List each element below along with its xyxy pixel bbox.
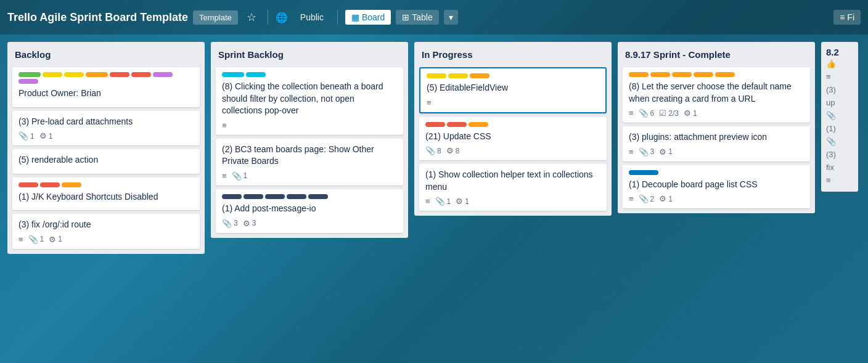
board-view-button[interactable]: ▦ Board — [345, 10, 391, 25]
card-title: (1) J/K Keyboard Shortcuts Disabled — [18, 191, 194, 203]
card-label — [427, 73, 446, 78]
column-sprint-complete: 8.9.17 Sprint - Complete(8) Let the serv… — [618, 42, 815, 213]
meta-icon: 📎 — [435, 197, 445, 206]
card-label — [425, 122, 445, 127]
filter-button[interactable]: ≡ Fi — [833, 10, 861, 25]
card-meta-item: ⚙1 — [39, 131, 53, 141]
card-labels — [222, 72, 397, 77]
visibility-button[interactable]: Public — [294, 10, 330, 25]
card-label — [18, 72, 41, 77]
meta-icon: ⚙ — [446, 146, 454, 155]
card-footer: ≡📎6☑2/3⚙1 — [629, 108, 804, 118]
table-view-button[interactable]: ⊞ Table — [396, 10, 438, 25]
filter-label: Fi — [847, 12, 854, 22]
card-ip2[interactable]: (21) Update CSS📎8⚙8 — [419, 117, 607, 161]
card-c5[interactable]: (3) fix /org/:id route≡📎1⚙1 — [12, 214, 200, 249]
card-footer: ≡📎3⚙1 — [629, 147, 804, 157]
meta-value: 1 — [40, 235, 44, 243]
partial-item: (3) — [826, 83, 853, 96]
card-title: (3) fix /org/:id route — [18, 219, 194, 231]
card-label — [244, 194, 263, 199]
card-c4[interactable]: (1) J/K Keyboard Shortcuts Disabled — [12, 177, 200, 211]
header: Trello Agile Sprint Board Template Templ… — [0, 0, 868, 35]
card-label — [287, 194, 306, 199]
card-label — [222, 194, 242, 199]
card-c2[interactable]: (3) Pre-load card attachments📎1⚙1 — [12, 111, 200, 146]
meta-value: 8 — [437, 147, 441, 155]
meta-value: 1 — [668, 147, 673, 156]
meta-icon: 📎 — [232, 171, 242, 181]
meta-value: 8 — [456, 147, 460, 155]
meta-icon: 📎 — [425, 146, 435, 155]
meta-icon: ≡ — [222, 121, 227, 130]
card-labels — [425, 122, 600, 127]
card-meta-item: ≡ — [629, 147, 634, 157]
card-labels — [18, 72, 194, 84]
card-title: (1) Show collection helper text in colle… — [425, 169, 600, 193]
card-label — [448, 73, 468, 78]
star-button[interactable]: ☆ — [243, 8, 260, 27]
meta-icon: 📎 — [222, 219, 232, 228]
template-button[interactable]: Template — [193, 10, 238, 25]
card-s3[interactable]: (1) Add post-message-io📎3⚙3 — [216, 189, 403, 233]
card-footer: ≡📎1⚙1 — [425, 197, 600, 206]
card-ip1[interactable]: (5) EditableFieldView≡ — [419, 67, 607, 113]
card-footer: ≡📎1⚙1 — [18, 235, 194, 244]
meta-icon: ⚙ — [49, 235, 56, 244]
card-meta-item: 📎6 — [639, 108, 655, 118]
globe-icon: 🌐 — [276, 12, 288, 23]
card-label — [469, 122, 488, 127]
meta-value: 1 — [693, 109, 697, 118]
meta-value: 1 — [49, 132, 53, 141]
meta-value: 1 — [58, 235, 62, 243]
card-labels — [629, 72, 804, 77]
partial-item: (1) — [826, 122, 853, 135]
card-footer: ≡📎1 — [222, 171, 397, 181]
card-label — [131, 72, 151, 77]
column-header-backlog: Backlog — [12, 47, 200, 63]
card-meta-item: 📎1 — [18, 131, 35, 141]
card-title: (3) plugins: attachment preview icon — [629, 131, 804, 144]
card-meta-item: 📎8 — [425, 146, 441, 155]
chevron-button[interactable]: ▾ — [444, 10, 458, 25]
partial-item: 📎 — [826, 135, 853, 148]
card-s2[interactable]: (2) BC3 team boards page: Show Other Pri… — [216, 139, 403, 186]
card-labels — [629, 170, 804, 175]
card-meta-item: ⚙1 — [684, 108, 697, 118]
card-meta-item: 📎2 — [639, 194, 655, 203]
partial-item: 📎 — [826, 109, 853, 122]
meta-icon: ≡ — [629, 194, 634, 203]
card-title: Product Owner: Brian — [18, 88, 194, 100]
card-labels — [18, 182, 194, 187]
card-labels — [427, 73, 599, 78]
card-c1[interactable]: Product Owner: Brian — [12, 67, 200, 107]
meta-icon: ⚙ — [659, 194, 666, 203]
card-label — [86, 72, 108, 77]
card-ip3[interactable]: (1) Show collection helper text in colle… — [419, 164, 607, 211]
card-label — [629, 170, 658, 175]
card-s1[interactable]: (8) Clicking the collection beneath a bo… — [216, 67, 403, 135]
card-sc1[interactable]: (8) Let the server choose the default na… — [623, 67, 810, 123]
card-sc2[interactable]: (3) plugins: attachment preview icon≡📎3⚙… — [623, 126, 810, 161]
card-label — [64, 72, 84, 77]
card-title: (5) EditableFieldView — [427, 82, 599, 94]
card-meta-item: 📎1 — [28, 235, 44, 244]
card-label — [629, 72, 649, 77]
meta-icon: ⚙ — [684, 108, 691, 118]
column-sprint-backlog: Sprint Backlog(8) Clicking the collectio… — [211, 42, 408, 238]
meta-value: 3 — [234, 219, 238, 227]
column-in-progress: In Progress(5) EditableFieldView≡(21) Up… — [414, 42, 612, 216]
table-icon: ⊞ — [402, 12, 409, 22]
partial-item: fix — [826, 161, 853, 174]
card-sc3[interactable]: (1) Decouple board page list CSS≡📎2⚙1 — [623, 165, 810, 209]
card-meta-item: ⚙8 — [446, 146, 460, 155]
card-label — [18, 182, 38, 187]
card-c3[interactable]: (5) renderable action — [12, 149, 200, 174]
column-header-sprint-complete: 8.9.17 Sprint - Complete — [623, 47, 810, 63]
card-label — [308, 194, 328, 199]
meta-icon: ≡ — [629, 147, 634, 157]
meta-icon: 📎 — [639, 108, 649, 118]
meta-value: 1 — [30, 132, 35, 141]
filter-icon: ≡ — [840, 12, 845, 22]
card-label — [265, 194, 285, 199]
